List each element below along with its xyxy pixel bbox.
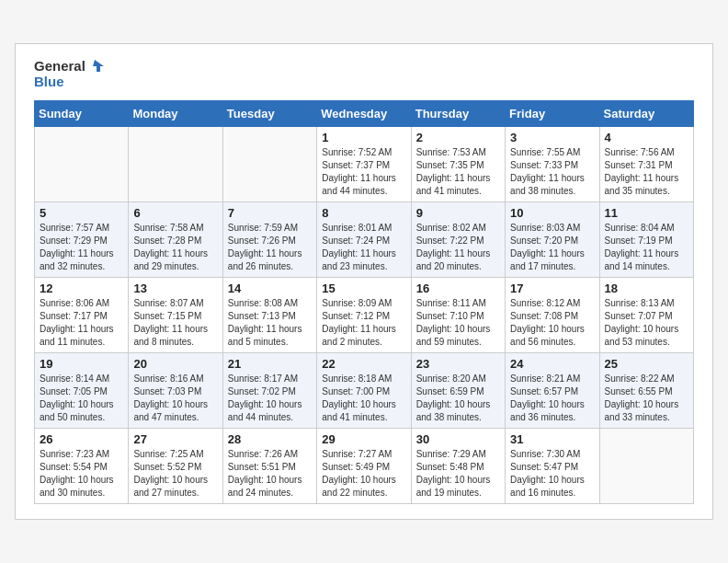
day-number: 9	[416, 206, 500, 220]
day-number: 6	[133, 206, 217, 220]
day-number: 30	[416, 432, 500, 446]
day-number: 1	[322, 131, 405, 144]
calendar-cell: 30Sunrise: 7:29 AM Sunset: 5:48 PM Dayli…	[411, 429, 505, 504]
day-number: 17	[510, 282, 594, 295]
calendar-week-3: 12Sunrise: 8:06 AM Sunset: 7:17 PM Dayli…	[35, 278, 694, 353]
calendar-cell: 19Sunrise: 8:14 AM Sunset: 7:05 PM Dayli…	[35, 353, 129, 429]
day-number: 27	[133, 432, 217, 446]
calendar-cell: 11Sunrise: 8:04 AM Sunset: 7:19 PM Dayli…	[599, 202, 693, 278]
day-info: Sunrise: 8:07 AM Sunset: 7:15 PM Dayligh…	[133, 297, 217, 349]
day-info: Sunrise: 8:11 AM Sunset: 7:10 PM Dayligh…	[416, 297, 500, 349]
day-info: Sunrise: 8:12 AM Sunset: 7:08 PM Dayligh…	[510, 297, 594, 349]
calendar-cell: 3Sunrise: 7:55 AM Sunset: 7:33 PM Daylig…	[506, 127, 599, 202]
day-info: Sunrise: 7:52 AM Sunset: 7:37 PM Dayligh…	[322, 146, 405, 198]
day-number: 10	[510, 206, 594, 220]
calendar-cell: 8Sunrise: 8:01 AM Sunset: 7:24 PM Daylig…	[317, 202, 411, 278]
calendar-header: General Blue	[34, 59, 694, 89]
calendar-cell: 21Sunrise: 8:17 AM Sunset: 7:02 PM Dayli…	[222, 353, 316, 429]
calendar-week-4: 19Sunrise: 8:14 AM Sunset: 7:05 PM Dayli…	[35, 353, 694, 429]
day-number: 5	[40, 206, 123, 220]
day-info: Sunrise: 8:01 AM Sunset: 7:24 PM Dayligh…	[322, 222, 405, 273]
day-number: 19	[40, 357, 123, 371]
day-info: Sunrise: 8:21 AM Sunset: 6:57 PM Dayligh…	[510, 373, 594, 424]
day-info: Sunrise: 8:13 AM Sunset: 7:07 PM Dayligh…	[605, 297, 688, 349]
logo-general: General	[34, 59, 85, 75]
day-info: Sunrise: 7:26 AM Sunset: 5:51 PM Dayligh…	[228, 448, 312, 500]
calendar-cell: 2Sunrise: 7:53 AM Sunset: 7:35 PM Daylig…	[411, 127, 505, 202]
calendar-week-2: 5Sunrise: 7:57 AM Sunset: 7:29 PM Daylig…	[35, 202, 694, 278]
day-number: 28	[228, 432, 312, 446]
weekday-header-row: SundayMondayTuesdayWednesdayThursdayFrid…	[35, 101, 694, 127]
calendar-cell: 23Sunrise: 8:20 AM Sunset: 6:59 PM Dayli…	[411, 353, 505, 429]
day-number: 15	[322, 282, 405, 295]
day-number: 2	[416, 131, 500, 144]
day-number: 24	[510, 357, 594, 371]
weekday-saturday: Saturday	[599, 101, 693, 127]
logo: General Blue	[34, 59, 104, 89]
day-number: 21	[228, 357, 312, 371]
day-number: 12	[40, 282, 123, 295]
day-info: Sunrise: 8:14 AM Sunset: 7:05 PM Dayligh…	[40, 373, 123, 424]
day-info: Sunrise: 8:04 AM Sunset: 7:19 PM Dayligh…	[605, 222, 688, 273]
calendar-cell: 15Sunrise: 8:09 AM Sunset: 7:12 PM Dayli…	[317, 278, 411, 353]
calendar-cell: 24Sunrise: 8:21 AM Sunset: 6:57 PM Dayli…	[506, 353, 599, 429]
day-info: Sunrise: 8:08 AM Sunset: 7:13 PM Dayligh…	[228, 297, 312, 349]
calendar-body: 1Sunrise: 7:52 AM Sunset: 7:37 PM Daylig…	[35, 127, 694, 504]
day-number: 14	[228, 282, 312, 295]
day-info: Sunrise: 7:25 AM Sunset: 5:52 PM Dayligh…	[133, 448, 217, 500]
day-info: Sunrise: 7:58 AM Sunset: 7:28 PM Dayligh…	[133, 222, 217, 273]
weekday-friday: Friday	[506, 101, 599, 127]
calendar-cell: 4Sunrise: 7:56 AM Sunset: 7:31 PM Daylig…	[599, 127, 693, 202]
day-info: Sunrise: 7:59 AM Sunset: 7:26 PM Dayligh…	[228, 222, 312, 273]
weekday-tuesday: Tuesday	[222, 101, 316, 127]
calendar-cell	[129, 127, 222, 202]
calendar-cell	[222, 127, 316, 202]
day-info: Sunrise: 7:29 AM Sunset: 5:48 PM Dayligh…	[416, 448, 500, 500]
day-info: Sunrise: 8:17 AM Sunset: 7:02 PM Dayligh…	[228, 373, 312, 424]
day-info: Sunrise: 8:22 AM Sunset: 6:55 PM Dayligh…	[605, 373, 688, 424]
calendar-cell: 18Sunrise: 8:13 AM Sunset: 7:07 PM Dayli…	[599, 278, 693, 353]
calendar-table: SundayMondayTuesdayWednesdayThursdayFrid…	[34, 100, 694, 504]
day-info: Sunrise: 8:16 AM Sunset: 7:03 PM Dayligh…	[133, 373, 217, 424]
day-number: 31	[510, 432, 594, 446]
calendar-cell: 25Sunrise: 8:22 AM Sunset: 6:55 PM Dayli…	[599, 353, 693, 429]
day-info: Sunrise: 7:53 AM Sunset: 7:35 PM Dayligh…	[416, 146, 500, 198]
calendar-cell: 13Sunrise: 8:07 AM Sunset: 7:15 PM Dayli…	[129, 278, 222, 353]
day-info: Sunrise: 8:06 AM Sunset: 7:17 PM Dayligh…	[40, 297, 123, 349]
svg-marker-0	[93, 60, 104, 72]
calendar-week-5: 26Sunrise: 7:23 AM Sunset: 5:54 PM Dayli…	[35, 429, 694, 504]
day-number: 7	[228, 206, 312, 220]
day-info: Sunrise: 7:57 AM Sunset: 7:29 PM Dayligh…	[40, 222, 123, 273]
calendar-cell: 31Sunrise: 7:30 AM Sunset: 5:47 PM Dayli…	[506, 429, 599, 504]
logo-blue: Blue	[34, 75, 104, 90]
calendar-cell: 17Sunrise: 8:12 AM Sunset: 7:08 PM Dayli…	[506, 278, 599, 353]
calendar-cell: 20Sunrise: 8:16 AM Sunset: 7:03 PM Dayli…	[129, 353, 222, 429]
logo-bird-icon	[87, 59, 104, 74]
day-number: 20	[133, 357, 217, 371]
day-info: Sunrise: 7:55 AM Sunset: 7:33 PM Dayligh…	[510, 146, 594, 198]
calendar-week-1: 1Sunrise: 7:52 AM Sunset: 7:37 PM Daylig…	[35, 127, 694, 202]
day-number: 23	[416, 357, 500, 371]
day-number: 4	[605, 131, 688, 144]
calendar-cell: 1Sunrise: 7:52 AM Sunset: 7:37 PM Daylig…	[317, 127, 411, 202]
day-number: 3	[510, 131, 594, 144]
calendar-cell: 14Sunrise: 8:08 AM Sunset: 7:13 PM Dayli…	[222, 278, 316, 353]
day-number: 13	[133, 282, 217, 295]
day-number: 16	[416, 282, 500, 295]
calendar-cell: 12Sunrise: 8:06 AM Sunset: 7:17 PM Dayli…	[35, 278, 129, 353]
calendar-cell: 10Sunrise: 8:03 AM Sunset: 7:20 PM Dayli…	[506, 202, 599, 278]
day-number: 11	[605, 206, 688, 220]
day-number: 25	[605, 357, 688, 371]
day-info: Sunrise: 8:02 AM Sunset: 7:22 PM Dayligh…	[416, 222, 500, 273]
day-info: Sunrise: 8:09 AM Sunset: 7:12 PM Dayligh…	[322, 297, 405, 349]
calendar-cell: 28Sunrise: 7:26 AM Sunset: 5:51 PM Dayli…	[222, 429, 316, 504]
day-info: Sunrise: 8:18 AM Sunset: 7:00 PM Dayligh…	[322, 373, 405, 424]
calendar-container: General Blue SundayMondayTuesdayWednesda…	[15, 43, 713, 520]
calendar-cell: 5Sunrise: 7:57 AM Sunset: 7:29 PM Daylig…	[35, 202, 129, 278]
weekday-wednesday: Wednesday	[317, 101, 411, 127]
calendar-cell	[35, 127, 129, 202]
day-info: Sunrise: 8:20 AM Sunset: 6:59 PM Dayligh…	[416, 373, 500, 424]
day-info: Sunrise: 7:30 AM Sunset: 5:47 PM Dayligh…	[510, 448, 594, 500]
day-number: 29	[322, 432, 405, 446]
weekday-sunday: Sunday	[35, 101, 129, 127]
